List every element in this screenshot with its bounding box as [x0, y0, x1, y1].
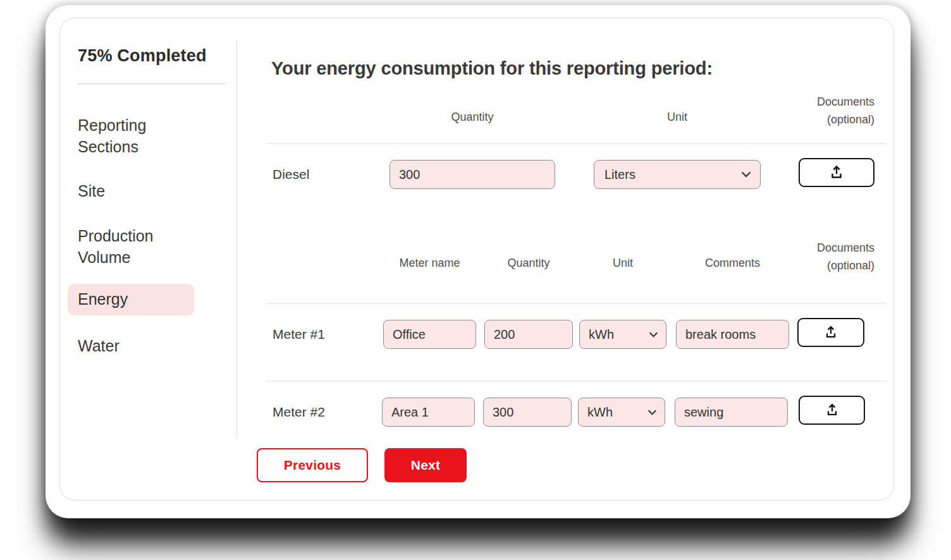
- meter1-name-input[interactable]: [383, 320, 476, 349]
- meter1-unit-select[interactable]: kWh: [579, 320, 666, 349]
- next-button[interactable]: Next: [384, 448, 467, 482]
- progress-label: 75% Completed: [78, 46, 207, 66]
- meter-header-name: Meter name: [383, 257, 476, 270]
- chevron-down-icon: [741, 171, 751, 178]
- meter2-name-input[interactable]: [382, 398, 475, 427]
- meter2-unit-select[interactable]: kWh: [578, 398, 665, 427]
- meter2-upload-button[interactable]: [799, 396, 865, 425]
- report-panel: 75% Completed Reporting Sections Site Pr…: [59, 18, 894, 501]
- page-title: Your energy consumption for this reporti…: [271, 58, 713, 79]
- diesel-quantity-input[interactable]: [390, 160, 555, 189]
- upload-icon: [828, 164, 845, 182]
- sidebar-item-energy-label: Energy: [78, 284, 194, 315]
- meter1-upload-button[interactable]: [797, 318, 864, 347]
- upload-icon: [823, 324, 838, 341]
- previous-button[interactable]: Previous: [257, 448, 368, 482]
- meter2-comments-input[interactable]: [675, 398, 788, 427]
- upload-icon: [825, 402, 840, 419]
- sidebar-item-site[interactable]: Site: [78, 180, 105, 202]
- meter-header-quantity: Quantity: [484, 257, 573, 270]
- row-divider: [266, 143, 887, 144]
- page-background: 75% Completed Reporting Sections Site Pr…: [0, 0, 951, 560]
- sidebar-item-reporting-sections[interactable]: Reporting Sections: [78, 114, 185, 157]
- diesel-unit-value: Liters: [604, 167, 635, 182]
- diesel-upload-button[interactable]: [799, 158, 874, 187]
- meter1-unit-value: kWh: [589, 327, 614, 342]
- sidebar-item-water[interactable]: Water: [78, 335, 120, 356]
- fuel-header-documents: Documents (optional): [780, 93, 874, 128]
- meter1-comments-input[interactable]: [676, 320, 789, 349]
- sidebar-main-divider: [236, 42, 237, 437]
- sidebar-divider: [78, 83, 225, 84]
- meter-row-label-1: Meter #1: [273, 320, 325, 349]
- meter-header-documents: Documents (optional): [780, 239, 874, 274]
- meter-row-label-2: Meter #2: [273, 398, 325, 427]
- fuel-row-label-diesel: Diesel: [273, 160, 309, 189]
- meter2-unit-value: kWh: [587, 405, 613, 420]
- diesel-unit-select[interactable]: Liters: [594, 160, 761, 189]
- meter-header-unit: Unit: [579, 257, 666, 270]
- fuel-header-unit: Unit: [594, 111, 761, 124]
- sidebar-item-production-volume[interactable]: Production Volume: [78, 225, 198, 268]
- row-divider: [266, 380, 887, 382]
- fuel-header-quantity: Quantity: [390, 111, 555, 124]
- meter1-quantity-input[interactable]: [484, 320, 573, 349]
- row-divider: [266, 303, 887, 304]
- sidebar-item-energy[interactable]: Energy: [68, 284, 194, 315]
- meter-header-comments: Comments: [676, 257, 789, 270]
- report-card: 75% Completed Reporting Sections Site Pr…: [46, 5, 911, 518]
- meter2-quantity-input[interactable]: [483, 398, 572, 427]
- chevron-down-icon: [647, 410, 657, 415]
- chevron-down-icon: [649, 332, 658, 338]
